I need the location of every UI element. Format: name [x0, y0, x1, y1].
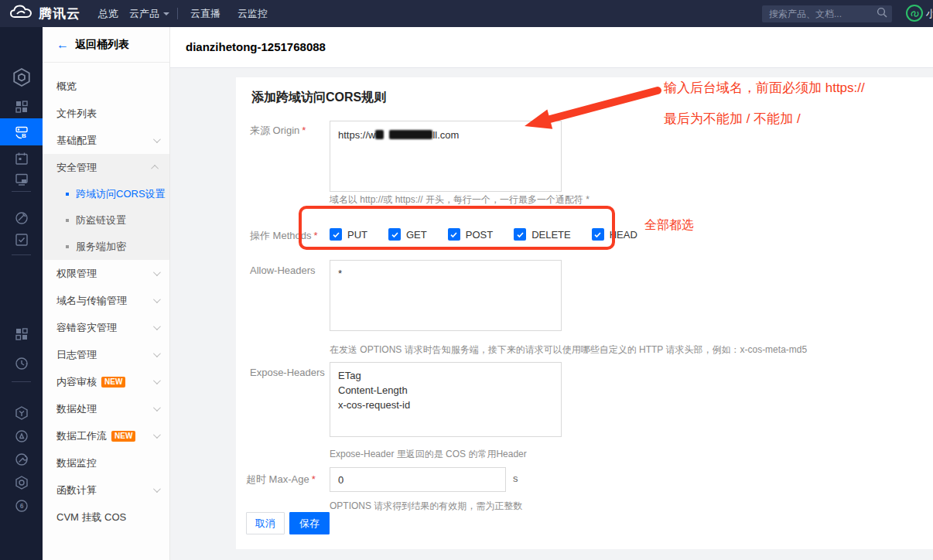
required-marker: *	[302, 125, 306, 136]
method-put[interactable]: PUT	[330, 228, 367, 241]
chevron-down-icon	[153, 377, 161, 384]
sidebar-item-label: 容错容灾管理	[56, 321, 153, 335]
sidebar-item-overview[interactable]: 概览	[43, 73, 169, 100]
save-button[interactable]: 保存	[289, 512, 330, 534]
chevron-down-icon	[153, 404, 161, 411]
compass-icon[interactable]	[0, 423, 43, 449]
brand[interactable]: 腾讯云	[9, 0, 80, 27]
top-navbar: 腾讯云 总览 云产品 云直播 云监控 小	[0, 0, 933, 27]
search-input[interactable]	[769, 9, 877, 19]
sidebar-item-label: 数据工作流	[56, 429, 107, 443]
max-age-label: 超时 Max-Age*	[246, 473, 316, 487]
chevron-down-icon	[163, 12, 169, 15]
method-label: HEAD	[610, 229, 637, 241]
search-icon[interactable]	[877, 7, 887, 21]
method-get[interactable]: GET	[388, 228, 427, 241]
dashboard-grid-icon[interactable]	[0, 94, 43, 120]
sidebar-item-cvm-mount[interactable]: CVM 挂载 COS	[43, 504, 169, 531]
svg-text:6: 6	[19, 502, 23, 510]
sidebar-subitem-cors[interactable]: 跨域访问CORS设置	[43, 181, 169, 207]
sidebar-item-label: 数据处理	[56, 402, 153, 416]
sidebar-item-data-workflow[interactable]: 数据工作流 NEW	[43, 422, 169, 449]
sidebar-item-label: 数据监控	[56, 456, 159, 470]
bullet-icon	[66, 193, 69, 196]
topnav-live[interactable]: 云直播	[190, 0, 220, 27]
sidebar-item-function-compute[interactable]: 函数计算	[43, 476, 169, 504]
expose-headers-textarea[interactable]: ETag Content-Length x-cos-request-id	[330, 362, 562, 437]
sidebar-subitem-label: 防盗链设置	[76, 213, 126, 227]
back-to-bucket-list[interactable]: ← 返回桶列表	[43, 27, 169, 63]
user-avatar[interactable]	[906, 5, 923, 22]
rail-divider	[12, 191, 31, 192]
sidebar-item-file-list[interactable]: 文件列表	[43, 100, 169, 127]
topnav-monitor[interactable]: 云监控	[238, 0, 268, 27]
task-check-icon[interactable]	[0, 227, 43, 253]
sidebar-item-security[interactable]: 安全管理	[43, 154, 169, 181]
cancel-button[interactable]: 取消	[246, 512, 285, 534]
required-marker: *	[312, 473, 316, 485]
sidebar-item-data-monitor[interactable]: 数据监控	[43, 449, 169, 476]
sidebar-item-fault-tolerance[interactable]: 容错容灾管理	[43, 314, 169, 341]
sidebar-item-label: 文件列表	[56, 107, 159, 121]
origin-label: 来源 Origin*	[250, 124, 306, 138]
search-box[interactable]	[762, 5, 892, 22]
tencent-cloud-console: 腾讯云 总览 云产品 云直播 云监控 小 B	[0, 0, 933, 560]
bucket-storage-icon-selected[interactable]: B	[0, 118, 43, 145]
method-delete[interactable]: DELETE	[514, 228, 571, 241]
max-age-input-wrap	[330, 467, 506, 492]
sidebar-subitem-sse[interactable]: 服务端加密	[43, 234, 169, 260]
topnav-divider	[177, 8, 178, 19]
chevron-down-icon	[153, 431, 161, 439]
sidebar-item-label: 域名与传输管理	[56, 294, 153, 308]
max-age-label-text: 超时 Max-Age	[246, 473, 309, 485]
brand-name: 腾讯云	[39, 5, 80, 22]
sidebar-item-label: 日志管理	[56, 348, 153, 362]
shield-hex-icon[interactable]	[0, 400, 43, 426]
topnav-cloud-products[interactable]: 云产品	[129, 0, 169, 27]
sidebar-group-security: 安全管理 跨域访问CORS设置 防盗链设置 服务端加密	[43, 154, 169, 260]
sidebar-item-label: 安全管理	[56, 161, 153, 175]
history-sync-icon[interactable]	[0, 350, 43, 377]
checkbox-checked-icon[interactable]	[388, 228, 401, 241]
main-header: dianzihetong-1251768088	[170, 27, 933, 68]
sidebar-item-logging[interactable]: 日志管理	[43, 341, 169, 368]
user-name[interactable]: 小	[926, 0, 933, 27]
checkbox-checked-icon[interactable]	[448, 228, 460, 241]
cos-logo-icon[interactable]	[0, 64, 43, 90]
serverless-icon[interactable]: 6	[0, 493, 43, 519]
sidebar-item-label: CVM 挂载 COS	[56, 510, 159, 524]
globe-wrench-icon[interactable]	[0, 446, 43, 473]
required-marker: *	[313, 230, 317, 241]
back-arrow-icon: ←	[56, 38, 69, 52]
chevron-down-icon	[153, 323, 161, 330]
media-monitor-icon[interactable]	[0, 166, 43, 193]
apps-grid-icon[interactable]	[0, 321, 43, 347]
checkbox-checked-icon[interactable]	[514, 228, 526, 241]
max-age-input[interactable]	[330, 468, 505, 491]
sidebar-item-basic-config[interactable]: 基础配置	[43, 127, 169, 154]
sidebar-item-domain-transfer[interactable]: 域名与传输管理	[43, 287, 169, 314]
method-label: PUT	[347, 229, 367, 241]
sidebar-item-label: 权限管理	[56, 267, 153, 281]
topnav-overview[interactable]: 总览	[98, 0, 118, 27]
sidebar-item-content-audit[interactable]: 内容审核 NEW	[43, 368, 169, 395]
svg-text:B: B	[22, 132, 26, 139]
camera-hex-icon[interactable]	[0, 470, 43, 496]
cloud-logo-icon	[9, 4, 32, 24]
chevron-down-icon	[153, 135, 161, 143]
sidebar-subitem-hotlink[interactable]: 防盗链设置	[43, 207, 169, 234]
sidebar-subitem-label: 服务端加密	[76, 240, 126, 254]
checkbox-checked-icon[interactable]	[330, 228, 342, 241]
chevron-down-icon	[153, 485, 161, 493]
bullet-icon	[66, 219, 69, 222]
sidebar-item-data-processing[interactable]: 数据处理	[43, 395, 169, 422]
chevron-down-icon	[153, 268, 161, 276]
allow-headers-textarea[interactable]: *	[330, 260, 562, 331]
origin-label-text: 来源 Origin	[250, 125, 299, 136]
checkbox-checked-icon[interactable]	[592, 228, 604, 241]
sidebar-item-permissions[interactable]: 权限管理	[43, 260, 169, 287]
method-post[interactable]: POST	[448, 228, 493, 241]
method-head[interactable]: HEAD	[592, 228, 637, 241]
new-badge: NEW	[111, 431, 135, 442]
origin-textarea[interactable]: https://wll.com	[330, 121, 562, 192]
